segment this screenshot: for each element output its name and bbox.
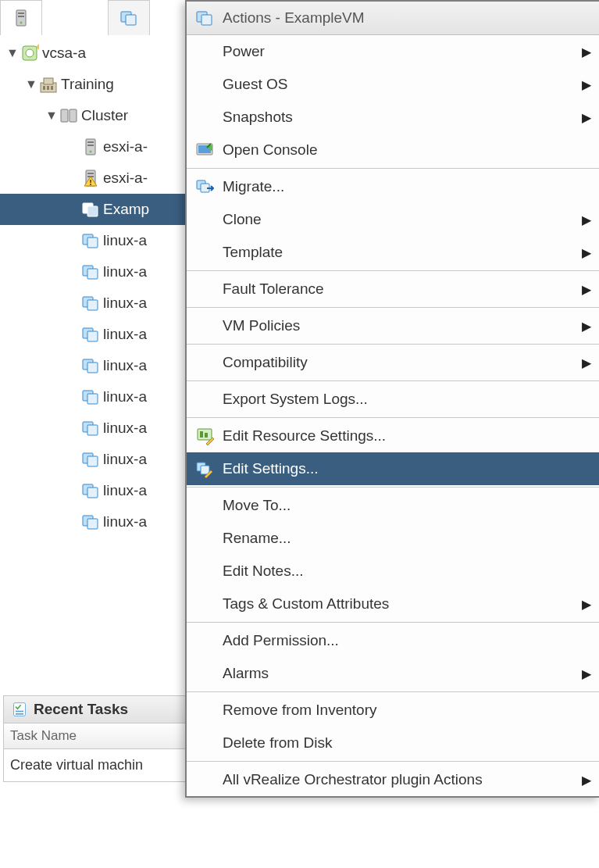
datacenter-icon bbox=[39, 75, 58, 94]
vm-icon bbox=[81, 388, 100, 406]
menu-item-power[interactable]: Power▶ bbox=[187, 35, 599, 68]
host-icon bbox=[81, 138, 100, 156]
vm-icon bbox=[195, 9, 214, 27]
menu-item-compatibility[interactable]: Compatibility▶ bbox=[187, 346, 599, 379]
menu-item-snapshots[interactable]: Snapshots▶ bbox=[187, 101, 599, 134]
tree-label: Examp bbox=[103, 201, 149, 218]
submenu-arrow-icon: ▶ bbox=[582, 213, 591, 227]
tree-toggle[interactable]: ▼ bbox=[5, 46, 20, 60]
menu-item-label: Edit Resource Settings... bbox=[223, 427, 599, 445]
menu-separator bbox=[187, 417, 599, 418]
host-warn-icon bbox=[81, 169, 100, 188]
tree-label: linux-a bbox=[103, 388, 147, 405]
tree-label: linux-a bbox=[103, 295, 147, 312]
tree-label: linux-a bbox=[103, 326, 147, 343]
tree-label: linux-a bbox=[103, 451, 147, 468]
menu-item-label: All vRealize Orchestrator plugin Actions bbox=[223, 771, 599, 788]
context-menu: Actions - ExampleVM Power▶Guest OS▶Snaps… bbox=[185, 0, 599, 798]
vcenter-icon bbox=[20, 44, 39, 63]
tasks-icon bbox=[12, 702, 27, 717]
menu-item-label: Alarms bbox=[223, 665, 599, 682]
menu-item-label: Open Console bbox=[223, 141, 599, 159]
menu-item-template[interactable]: Template▶ bbox=[187, 236, 599, 269]
context-menu-title-row: Actions - ExampleVM bbox=[187, 2, 599, 35]
menu-separator bbox=[187, 761, 599, 762]
menu-item-label: VM Policies bbox=[223, 317, 599, 334]
menu-separator bbox=[187, 487, 599, 488]
recent-tasks-columns: Task Name bbox=[3, 723, 189, 749]
tree-label: linux-a bbox=[103, 482, 147, 499]
tree-label: linux-a bbox=[103, 513, 147, 530]
menu-item-label: Template bbox=[223, 244, 599, 261]
submenu-arrow-icon: ▶ bbox=[582, 666, 591, 681]
vm-icon bbox=[81, 356, 100, 375]
vm-icon bbox=[81, 325, 100, 344]
menu-item-fault-tolerance[interactable]: Fault Tolerance▶ bbox=[187, 273, 599, 305]
tree-label: linux-a bbox=[103, 357, 147, 374]
tab-vms[interactable] bbox=[108, 0, 150, 35]
menu-item-alarms[interactable]: Alarms▶ bbox=[187, 657, 599, 690]
tab-hosts[interactable] bbox=[0, 0, 42, 35]
menu-item-vm-policies[interactable]: VM Policies▶ bbox=[187, 309, 599, 342]
menu-item-export-system-logs[interactable]: Export System Logs... bbox=[187, 383, 599, 416]
context-menu-title: Actions - ExampleVM bbox=[223, 9, 365, 27]
tree-toggle[interactable]: ▼ bbox=[44, 109, 59, 123]
menu-item-open-console[interactable]: Open Console bbox=[187, 134, 599, 166]
submenu-arrow-icon: ▶ bbox=[582, 110, 591, 125]
menu-separator bbox=[187, 307, 599, 308]
menu-item-edit-settings[interactable]: Edit Settings... bbox=[187, 452, 599, 485]
menu-item-all-vrealize-orchestrator-plugin-actions[interactable]: All vRealize Orchestrator plugin Actions… bbox=[187, 763, 599, 796]
menu-item-label: Remove from Inventory bbox=[223, 702, 599, 719]
menu-item-label: Compatibility bbox=[223, 354, 599, 371]
vm-icon bbox=[81, 481, 100, 500]
menu-item-label: Export System Logs... bbox=[223, 391, 599, 408]
submenu-arrow-icon: ▶ bbox=[582, 245, 591, 260]
tree-label: linux-a bbox=[103, 232, 147, 249]
menu-item-label: Rename... bbox=[223, 530, 599, 547]
column-task-name: Task Name bbox=[10, 728, 77, 743]
menu-item-add-permission[interactable]: Add Permission... bbox=[187, 624, 599, 657]
edit-settings-icon bbox=[195, 459, 214, 478]
cluster-icon bbox=[59, 106, 78, 125]
menu-item-guest-os[interactable]: Guest OS▶ bbox=[187, 68, 599, 101]
tree-label: linux-a bbox=[103, 420, 147, 437]
menu-item-move-to[interactable]: Move To... bbox=[187, 489, 599, 522]
menu-item-label: Clone bbox=[223, 211, 599, 228]
menu-item-label: Guest OS bbox=[223, 76, 599, 93]
vm-icon bbox=[119, 9, 138, 27]
console-icon bbox=[195, 141, 214, 159]
menu-item-label: Edit Notes... bbox=[223, 563, 599, 580]
menu-item-clone[interactable]: Clone▶ bbox=[187, 203, 599, 236]
menu-item-label: Delete from Disk bbox=[223, 734, 599, 752]
menu-item-label: Add Permission... bbox=[223, 632, 599, 649]
menu-item-label: Fault Tolerance bbox=[223, 280, 599, 298]
vm-icon bbox=[81, 294, 100, 313]
menu-item-rename[interactable]: Rename... bbox=[187, 522, 599, 555]
menu-item-delete-from-disk[interactable]: Delete from Disk bbox=[187, 727, 599, 759]
submenu-arrow-icon: ▶ bbox=[582, 597, 591, 612]
tree-toggle[interactable]: ▼ bbox=[23, 77, 39, 91]
menu-separator bbox=[187, 344, 599, 345]
menu-item-remove-from-inventory[interactable]: Remove from Inventory bbox=[187, 694, 599, 727]
menu-item-tags-custom-attributes[interactable]: Tags & Custom Attributes▶ bbox=[187, 588, 599, 620]
task-row[interactable]: Create virtual machin bbox=[3, 749, 189, 782]
vm-icon bbox=[81, 450, 100, 469]
tree-label: linux-a bbox=[103, 263, 147, 280]
menu-item-edit-notes[interactable]: Edit Notes... bbox=[187, 555, 599, 588]
host-icon bbox=[12, 9, 30, 27]
menu-item-label: Power bbox=[223, 43, 599, 60]
tree-label: Training bbox=[61, 76, 114, 93]
recent-tasks-title: Recent Tasks bbox=[34, 701, 128, 718]
migrate-icon bbox=[195, 177, 214, 196]
menu-item-edit-resource-settings[interactable]: Edit Resource Settings... bbox=[187, 420, 599, 452]
menu-separator bbox=[187, 270, 599, 271]
recent-tasks-header[interactable]: Recent Tasks bbox=[3, 695, 189, 723]
submenu-arrow-icon: ▶ bbox=[582, 773, 591, 788]
menu-item-migrate[interactable]: Migrate... bbox=[187, 170, 599, 203]
task-name-cell: Create virtual machin bbox=[10, 757, 143, 773]
menu-separator bbox=[187, 168, 599, 169]
tree-label: esxi-a- bbox=[103, 138, 148, 155]
submenu-arrow-icon: ▶ bbox=[582, 282, 591, 297]
menu-separator bbox=[187, 691, 599, 692]
submenu-arrow-icon: ▶ bbox=[582, 355, 591, 370]
